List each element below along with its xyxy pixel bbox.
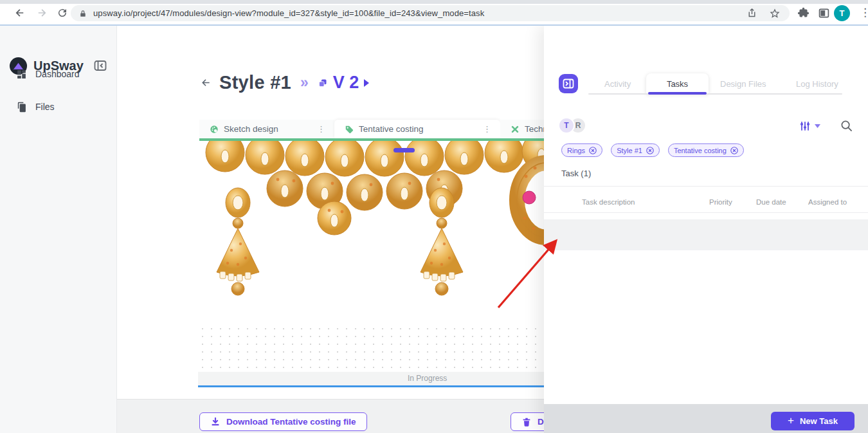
extensions-puzzle-icon[interactable] [797,7,809,19]
url-bar[interactable]: upsway.io/project/47/modules/design-view… [71,5,790,21]
col-priority: Priority [709,198,732,206]
panel-tab-activity[interactable]: Activity [604,79,631,89]
download-costing-button[interactable]: Download Tentative costing file [199,412,367,431]
chip-label: Rings [567,147,585,154]
style-header: Style #1 » V 2 [201,72,369,93]
panel-tabs-underline [588,93,842,95]
sidebar-item-label: Dashboard [35,69,80,79]
chip-style-1[interactable]: Style #1 [611,143,660,157]
tab-menu-icon[interactable]: ⋮ [480,124,494,134]
table-row[interactable]: Task 1 Today 5:30 am T ••• [544,219,868,250]
filter-dropdown[interactable] [800,121,820,131]
chip-rings[interactable]: Rings [561,143,602,157]
browser-back-icon[interactable] [14,7,26,19]
filter-chips: Rings Style #1 Tentative costing [561,143,752,157]
col-assigned-to: Assigned to [808,198,847,206]
trash-icon [521,417,532,427]
divider [544,212,868,213]
tab-sketch-design[interactable]: Sketch design ⋮ [199,120,334,138]
tasks-panel: Activity Tasks Design Files Log History … [544,26,868,433]
scrollbar-thumb[interactable] [393,148,415,152]
task-count-heading: Task (1) [561,169,591,178]
tab-label: Tentative costing [359,124,424,134]
dashboard-grid-icon [16,69,27,80]
side-panel-icon[interactable] [818,7,830,19]
panel-collapse-button[interactable] [559,74,578,93]
tools-icon [511,125,520,134]
browser-menu-icon[interactable]: ⋮ [860,6,868,19]
new-task-label: New Task [800,416,838,426]
panel-tab-log-history[interactable]: Log History [796,79,838,89]
panel-tab-tasks[interactable]: Tasks [646,73,709,94]
palette-icon [210,125,219,134]
browser-tab-strip [0,0,868,4]
sidebar-item-files[interactable]: Files [0,96,117,118]
tab-tentative-costing[interactable]: Tentative costing ⋮ [334,120,500,138]
chip-close-icon[interactable] [730,147,738,154]
sidebar-item-label: Files [35,102,55,112]
filter-sliders-icon [800,121,810,131]
chip-label: Style #1 [617,147,642,154]
tab-label: Sketch design [224,124,278,134]
jewelry-design-image [117,141,561,312]
share-icon[interactable] [746,8,757,19]
chevron-down-icon [815,124,820,128]
chip-close-icon[interactable] [646,147,654,154]
tab-menu-icon[interactable]: ⋮ [314,124,328,134]
browser-reload-icon[interactable] [57,7,68,19]
member-avatar-t[interactable]: T [558,117,575,134]
breadcrumb-separator: » [300,74,309,91]
version-label: V 2 [333,73,359,93]
lock-icon [79,9,87,18]
plus-icon: + [788,414,794,427]
new-task-button[interactable]: + New Task [771,412,854,430]
browser-profile-avatar[interactable]: T [834,5,850,21]
dot-grid-canvas [198,325,558,371]
col-due-date: Due date [756,198,786,206]
chip-tentative-costing[interactable]: Tentative costing [668,143,744,157]
page-title: Style #1 [219,72,291,93]
panel-tab-label: Tasks [667,79,688,89]
tag-icon [345,125,354,134]
bookmark-star-icon[interactable] [769,8,781,19]
panel-tab-design-files[interactable]: Design Files [720,79,766,89]
panel-active-tab-indicator [648,92,707,95]
browser-forward-icon[interactable] [36,7,48,19]
sidebar: UpSway Dashboard Files [0,26,117,433]
progress-line [198,385,558,387]
status-label: In Progress [408,374,447,383]
sidebar-item-dashboard[interactable]: Dashboard [0,63,117,85]
back-arrow-icon[interactable] [201,77,212,88]
url-text: upsway.io/project/47/modules/design-view… [93,8,484,18]
chip-close-icon[interactable] [589,147,597,154]
version-copy-icon [318,78,328,88]
download-button-label: Download Tentative costing file [226,417,356,427]
chip-label: Tentative costing [674,147,727,154]
status-strip [198,372,558,385]
member-avatars: T R [558,117,586,134]
col-task-description: Task description [582,198,635,206]
version-next-caret-icon[interactable] [364,79,369,87]
panel-collapse-icon [563,78,574,89]
browser-chrome: upsway.io/project/47/modules/design-view… [0,0,868,26]
search-icon[interactable] [840,120,853,132]
panel-footer: + New Task [544,404,868,433]
files-icon [16,102,27,113]
divider [544,186,868,187]
download-icon [210,417,221,427]
